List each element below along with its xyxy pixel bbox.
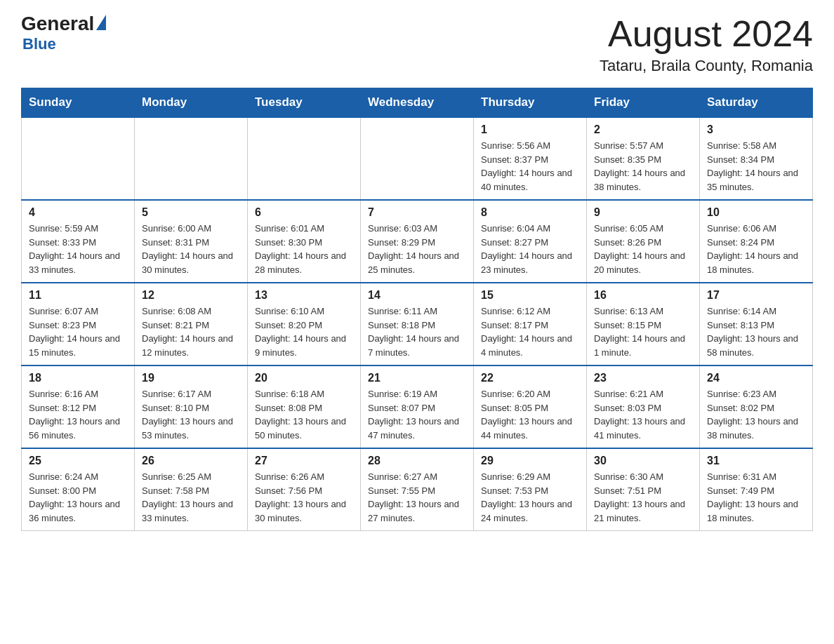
calendar-cell bbox=[22, 117, 135, 200]
logo-general-text: General bbox=[21, 14, 94, 34]
day-info: Sunrise: 6:23 AMSunset: 8:02 PMDaylight:… bbox=[707, 387, 805, 442]
week-row-3: 11Sunrise: 6:07 AMSunset: 8:23 PMDayligh… bbox=[22, 283, 813, 365]
day-info: Sunrise: 6:16 AMSunset: 8:12 PMDaylight:… bbox=[29, 387, 127, 442]
calendar-cell: 1Sunrise: 5:56 AMSunset: 8:37 PMDaylight… bbox=[474, 117, 587, 200]
calendar-cell bbox=[248, 117, 361, 200]
day-number: 14 bbox=[368, 289, 466, 302]
day-info: Sunrise: 6:13 AMSunset: 8:15 PMDaylight:… bbox=[594, 304, 692, 359]
day-number: 30 bbox=[594, 455, 692, 467]
day-number: 4 bbox=[29, 206, 127, 219]
day-info: Sunrise: 6:20 AMSunset: 8:05 PMDaylight:… bbox=[481, 387, 579, 442]
day-info: Sunrise: 6:18 AMSunset: 8:08 PMDaylight:… bbox=[255, 387, 353, 442]
day-info: Sunrise: 6:12 AMSunset: 8:17 PMDaylight:… bbox=[481, 304, 579, 359]
title-area: August 2024 Tataru, Braila County, Roman… bbox=[600, 14, 813, 75]
day-info: Sunrise: 6:08 AMSunset: 8:21 PMDaylight:… bbox=[142, 304, 240, 359]
day-info: Sunrise: 6:05 AMSunset: 8:26 PMDaylight:… bbox=[594, 222, 692, 276]
day-info: Sunrise: 6:21 AMSunset: 8:03 PMDaylight:… bbox=[594, 387, 692, 442]
day-number: 11 bbox=[29, 289, 127, 302]
day-info: Sunrise: 6:31 AMSunset: 7:49 PMDaylight:… bbox=[707, 470, 805, 525]
calendar-title: August 2024 bbox=[600, 14, 813, 54]
header: General Blue August 2024 Tataru, Braila … bbox=[21, 14, 813, 75]
day-number: 27 bbox=[255, 455, 353, 467]
calendar-cell: 6Sunrise: 6:01 AMSunset: 8:30 PMDaylight… bbox=[248, 200, 361, 283]
day-number: 18 bbox=[29, 372, 127, 384]
day-number: 9 bbox=[594, 206, 692, 219]
calendar-cell: 31Sunrise: 6:31 AMSunset: 7:49 PMDayligh… bbox=[700, 448, 813, 531]
calendar-cell: 16Sunrise: 6:13 AMSunset: 8:15 PMDayligh… bbox=[587, 283, 700, 365]
day-info: Sunrise: 6:10 AMSunset: 8:20 PMDaylight:… bbox=[255, 304, 353, 359]
day-number: 26 bbox=[142, 455, 240, 467]
day-info: Sunrise: 6:14 AMSunset: 8:13 PMDaylight:… bbox=[707, 304, 805, 359]
calendar-cell: 3Sunrise: 5:58 AMSunset: 8:34 PMDaylight… bbox=[700, 117, 813, 200]
day-number: 23 bbox=[594, 372, 692, 384]
calendar-cell: 19Sunrise: 6:17 AMSunset: 8:10 PMDayligh… bbox=[135, 365, 248, 448]
day-number: 25 bbox=[29, 455, 127, 467]
day-info: Sunrise: 6:11 AMSunset: 8:18 PMDaylight:… bbox=[368, 304, 466, 359]
day-info: Sunrise: 6:04 AMSunset: 8:27 PMDaylight:… bbox=[481, 222, 579, 276]
day-info: Sunrise: 6:03 AMSunset: 8:29 PMDaylight:… bbox=[368, 222, 466, 276]
calendar-cell: 24Sunrise: 6:23 AMSunset: 8:02 PMDayligh… bbox=[700, 365, 813, 448]
day-number: 31 bbox=[707, 455, 805, 467]
day-number: 24 bbox=[707, 372, 805, 384]
week-row-5: 25Sunrise: 6:24 AMSunset: 8:00 PMDayligh… bbox=[22, 448, 813, 531]
day-info: Sunrise: 6:30 AMSunset: 7:51 PMDaylight:… bbox=[594, 470, 692, 525]
logo: General Blue bbox=[21, 14, 107, 53]
calendar-cell: 23Sunrise: 6:21 AMSunset: 8:03 PMDayligh… bbox=[587, 365, 700, 448]
day-info: Sunrise: 6:00 AMSunset: 8:31 PMDaylight:… bbox=[142, 222, 240, 276]
day-header-saturday: Saturday bbox=[700, 88, 813, 118]
day-number: 6 bbox=[255, 206, 353, 219]
day-info: Sunrise: 6:07 AMSunset: 8:23 PMDaylight:… bbox=[29, 304, 127, 359]
day-info: Sunrise: 6:17 AMSunset: 8:10 PMDaylight:… bbox=[142, 387, 240, 442]
calendar-cell: 7Sunrise: 6:03 AMSunset: 8:29 PMDaylight… bbox=[361, 200, 474, 283]
day-number: 1 bbox=[481, 123, 579, 136]
day-header-thursday: Thursday bbox=[474, 88, 587, 118]
day-info: Sunrise: 5:57 AMSunset: 8:35 PMDaylight:… bbox=[594, 139, 692, 194]
calendar-cell: 27Sunrise: 6:26 AMSunset: 7:56 PMDayligh… bbox=[248, 448, 361, 531]
day-number: 7 bbox=[368, 206, 466, 219]
day-number: 21 bbox=[368, 372, 466, 384]
day-number: 16 bbox=[594, 289, 692, 302]
calendar-cell: 12Sunrise: 6:08 AMSunset: 8:21 PMDayligh… bbox=[135, 283, 248, 365]
day-info: Sunrise: 6:29 AMSunset: 7:53 PMDaylight:… bbox=[481, 470, 579, 525]
day-number: 19 bbox=[142, 372, 240, 384]
calendar-cell: 10Sunrise: 6:06 AMSunset: 8:24 PMDayligh… bbox=[700, 200, 813, 283]
calendar-cell: 11Sunrise: 6:07 AMSunset: 8:23 PMDayligh… bbox=[22, 283, 135, 365]
day-info: Sunrise: 5:58 AMSunset: 8:34 PMDaylight:… bbox=[707, 139, 805, 194]
day-number: 20 bbox=[255, 372, 353, 384]
day-number: 28 bbox=[368, 455, 466, 467]
calendar-cell: 15Sunrise: 6:12 AMSunset: 8:17 PMDayligh… bbox=[474, 283, 587, 365]
calendar-cell: 14Sunrise: 6:11 AMSunset: 8:18 PMDayligh… bbox=[361, 283, 474, 365]
day-number: 17 bbox=[707, 289, 805, 302]
day-number: 29 bbox=[481, 455, 579, 467]
day-info: Sunrise: 6:26 AMSunset: 7:56 PMDaylight:… bbox=[255, 470, 353, 525]
day-info: Sunrise: 6:06 AMSunset: 8:24 PMDaylight:… bbox=[707, 222, 805, 276]
logo-triangle-icon bbox=[96, 15, 106, 30]
day-number: 5 bbox=[142, 206, 240, 219]
calendar-cell: 28Sunrise: 6:27 AMSunset: 7:55 PMDayligh… bbox=[361, 448, 474, 531]
calendar-cell bbox=[361, 117, 474, 200]
week-row-2: 4Sunrise: 5:59 AMSunset: 8:33 PMDaylight… bbox=[22, 200, 813, 283]
calendar-cell: 25Sunrise: 6:24 AMSunset: 8:00 PMDayligh… bbox=[22, 448, 135, 531]
calendar-cell: 2Sunrise: 5:57 AMSunset: 8:35 PMDaylight… bbox=[587, 117, 700, 200]
day-info: Sunrise: 6:19 AMSunset: 8:07 PMDaylight:… bbox=[368, 387, 466, 442]
day-number: 8 bbox=[481, 206, 579, 219]
day-info: Sunrise: 6:27 AMSunset: 7:55 PMDaylight:… bbox=[368, 470, 466, 525]
calendar-cell: 18Sunrise: 6:16 AMSunset: 8:12 PMDayligh… bbox=[22, 365, 135, 448]
week-row-4: 18Sunrise: 6:16 AMSunset: 8:12 PMDayligh… bbox=[22, 365, 813, 448]
calendar-cell: 29Sunrise: 6:29 AMSunset: 7:53 PMDayligh… bbox=[474, 448, 587, 531]
day-number: 3 bbox=[707, 123, 805, 136]
day-info: Sunrise: 5:56 AMSunset: 8:37 PMDaylight:… bbox=[481, 139, 579, 194]
calendar-cell bbox=[135, 117, 248, 200]
calendar-cell: 26Sunrise: 6:25 AMSunset: 7:58 PMDayligh… bbox=[135, 448, 248, 531]
day-info: Sunrise: 6:01 AMSunset: 8:30 PMDaylight:… bbox=[255, 222, 353, 276]
week-row-1: 1Sunrise: 5:56 AMSunset: 8:37 PMDaylight… bbox=[22, 117, 813, 200]
day-info: Sunrise: 5:59 AMSunset: 8:33 PMDaylight:… bbox=[29, 222, 127, 276]
calendar-table: SundayMondayTuesdayWednesdayThursdayFrid… bbox=[21, 88, 813, 531]
calendar-subtitle: Tataru, Braila County, Romania bbox=[600, 57, 813, 75]
calendar-cell: 22Sunrise: 6:20 AMSunset: 8:05 PMDayligh… bbox=[474, 365, 587, 448]
day-header-sunday: Sunday bbox=[22, 88, 135, 118]
calendar-cell: 9Sunrise: 6:05 AMSunset: 8:26 PMDaylight… bbox=[587, 200, 700, 283]
day-header-tuesday: Tuesday bbox=[248, 88, 361, 118]
day-number: 12 bbox=[142, 289, 240, 302]
day-number: 2 bbox=[594, 123, 692, 136]
